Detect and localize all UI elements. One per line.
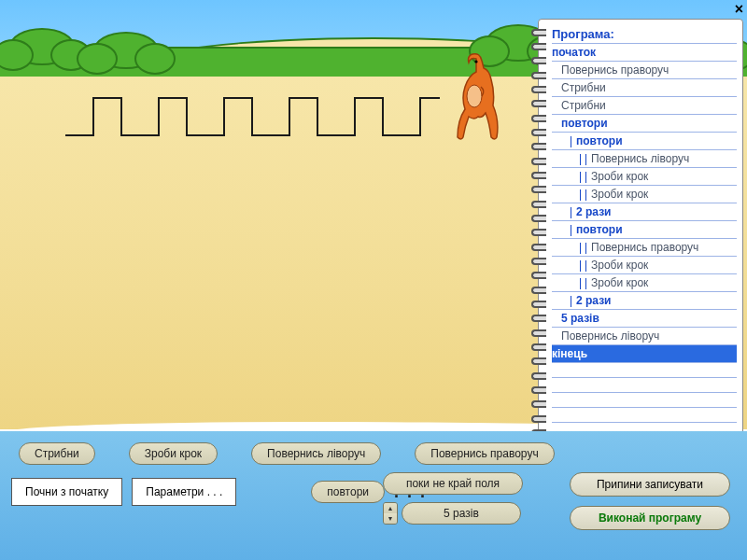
program-line[interactable]: початок xyxy=(552,44,737,62)
step-button[interactable]: Зроби крок xyxy=(129,442,218,465)
turn-left-button[interactable]: Повернись ліворуч xyxy=(251,442,381,465)
program-line[interactable]: повтори xyxy=(552,133,737,150)
while-not-edge-button[interactable]: поки не край поля xyxy=(383,472,523,495)
program-line[interactable]: Повернись ліворуч xyxy=(552,150,737,168)
program-line[interactable]: Стрибни xyxy=(552,97,737,115)
program-line[interactable]: Повернись праворуч xyxy=(552,239,737,257)
kangaroo-icon xyxy=(448,51,504,145)
program-line[interactable]: Зроби крок xyxy=(552,257,737,274)
program-title: Програма: xyxy=(552,25,737,44)
program-line[interactable]: кінець xyxy=(552,345,737,363)
svg-point-1 xyxy=(474,60,477,63)
times-button[interactable]: 5 разів xyxy=(402,502,521,525)
jump-button[interactable]: Стрибни xyxy=(19,442,95,465)
stepper-down-icon[interactable]: ▼ xyxy=(384,513,397,524)
program-line[interactable]: Повернись ліворуч xyxy=(552,328,737,345)
program-line[interactable]: Зроби крок xyxy=(552,274,737,292)
stepper-up-icon[interactable]: ▲ xyxy=(384,503,397,513)
program-listing[interactable]: Програма: початокПовернись праворучСтриб… xyxy=(552,25,737,434)
svg-point-0 xyxy=(467,85,482,107)
bush-icon xyxy=(9,28,75,65)
repeat-button[interactable]: повтори xyxy=(311,481,385,503)
params-button[interactable]: Параметри . . . xyxy=(132,478,236,506)
program-line[interactable]: 2 рази xyxy=(552,203,737,221)
control-bar: Стрибни Зроби крок Повернись ліворуч Пов… xyxy=(0,431,747,560)
bush-icon xyxy=(93,32,159,69)
trace-path xyxy=(65,79,458,145)
run-program-button[interactable]: Виконай програму xyxy=(570,506,730,530)
program-line[interactable]: Зроби крок xyxy=(552,186,737,203)
program-line[interactable]: повтори xyxy=(552,221,737,239)
count-stepper[interactable]: ▲ ▼ xyxy=(383,502,398,525)
program-line[interactable]: 5 разів xyxy=(552,310,737,328)
start-over-button[interactable]: Почни з початку xyxy=(11,478,122,506)
program-line[interactable]: повтори xyxy=(552,115,737,133)
spiral-binding-icon xyxy=(531,25,546,455)
turn-right-button[interactable]: Повернись праворуч xyxy=(415,442,554,465)
program-panel: Програма: початокПовернись праворучСтриб… xyxy=(538,19,743,463)
program-line[interactable]: Стрибни xyxy=(552,79,737,97)
program-line[interactable]: 2 рази xyxy=(552,292,737,310)
close-icon[interactable]: × xyxy=(735,1,743,18)
program-line[interactable]: Зроби крок xyxy=(552,168,737,186)
program-line[interactable]: Повернись праворуч xyxy=(552,62,737,79)
stop-recording-button[interactable]: Припини записувати xyxy=(570,472,730,497)
